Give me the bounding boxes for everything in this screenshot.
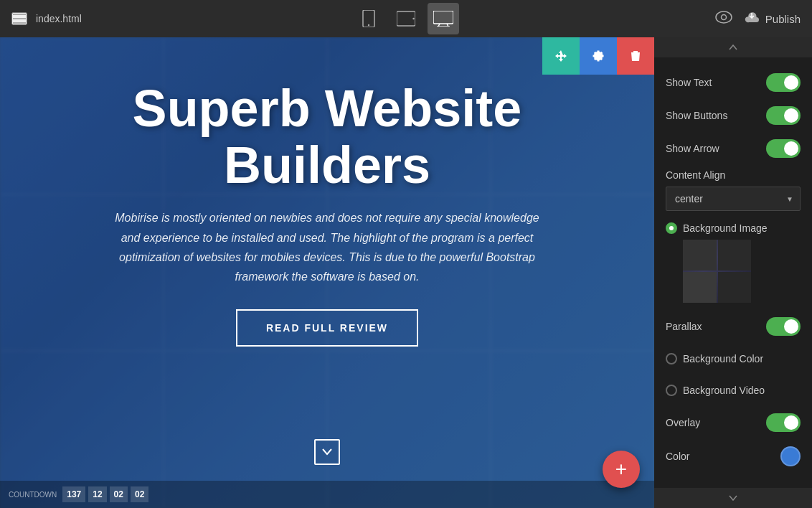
show-text-label: Show Text — [666, 77, 712, 88]
color-picker-button[interactable] — [780, 446, 801, 466]
topbar-right: Publish — [715, 9, 801, 28]
color-label: Color — [666, 451, 689, 462]
background-image-row: Background Image — [666, 222, 801, 234]
canvas: Superb Website Builders Mobirise is most… — [0, 37, 654, 508]
move-button[interactable] — [542, 37, 580, 75]
publish-label: Publish — [765, 13, 801, 25]
show-buttons-row: Show Buttons — [654, 99, 812, 132]
show-arrow-row: Show Arrow — [654, 132, 812, 165]
parallax-toggle[interactable] — [766, 317, 801, 336]
cloud-icon — [744, 11, 760, 27]
overlay-row: Overlay — [654, 406, 812, 439]
show-arrow-toggle[interactable] — [766, 139, 801, 158]
right-panel: Show Text Show Buttons Show Arrow Conten… — [654, 37, 812, 508]
topbar-left: index.html — [11, 12, 82, 25]
show-arrow-label: Show Arrow — [666, 143, 719, 154]
background-image-radio[interactable] — [666, 222, 677, 234]
tablet-device-button[interactable] — [390, 3, 422, 34]
background-color-radio[interactable] — [666, 353, 677, 364]
svg-rect-4 — [433, 11, 453, 24]
color-row: Color — [654, 439, 812, 474]
topbar: index.html — [0, 0, 812, 37]
filename-label: index.html — [36, 13, 82, 24]
overlay-label: Overlay — [666, 417, 700, 428]
show-text-toggle[interactable] — [766, 73, 801, 92]
menu-button[interactable] — [11, 12, 27, 25]
content-align-section: Content Align left center right — [654, 165, 812, 218]
parallax-row: Parallax — [654, 310, 812, 343]
add-block-button[interactable]: + — [603, 451, 640, 488]
parallax-label: Parallax — [666, 321, 702, 332]
show-buttons-toggle[interactable] — [766, 106, 801, 125]
svg-rect-2 — [397, 11, 415, 26]
content-align-label: Content Align — [666, 169, 801, 181]
background-image-label: Background Image — [683, 222, 768, 234]
background-color-label: Background Color — [683, 353, 763, 364]
panel-scroll-down-button[interactable] — [654, 488, 812, 508]
main-area: Superb Website Builders Mobirise is most… — [0, 37, 812, 508]
background-image-thumbnail[interactable] — [683, 240, 751, 303]
hero-subtitle: Mobirise is mostly oriented on newbies a… — [105, 208, 549, 286]
background-video-row: Background Video — [654, 375, 812, 406]
background-video-radio[interactable] — [666, 385, 677, 396]
svg-point-8 — [716, 11, 732, 23]
panel-scroll-area: Show Text Show Buttons Show Arrow Conten… — [654, 57, 812, 488]
panel-scroll-up-button[interactable] — [654, 37, 812, 57]
publish-button[interactable]: Publish — [744, 11, 801, 27]
svg-point-1 — [368, 24, 369, 26]
delete-button[interactable] — [617, 37, 654, 75]
svg-point-9 — [721, 15, 726, 20]
canvas-actions — [542, 37, 654, 75]
background-image-section: Background Image — [654, 218, 812, 310]
device-switcher — [353, 3, 459, 34]
preview-button[interactable] — [715, 9, 732, 28]
read-full-review-button[interactable]: READ FULL REVIEW — [236, 309, 418, 347]
desktop-device-button[interactable] — [428, 3, 459, 34]
show-text-row: Show Text — [654, 66, 812, 99]
overlay-toggle[interactable] — [766, 413, 801, 432]
mobile-device-button[interactable] — [353, 3, 384, 34]
background-color-row: Background Color — [654, 343, 812, 375]
content-align-select[interactable]: left center right — [666, 187, 801, 211]
canvas-content: Superb Website Builders Mobirise is most… — [0, 37, 654, 508]
svg-point-3 — [412, 18, 414, 19]
hero-title: Superb Website Builders — [43, 80, 611, 194]
show-buttons-label: Show Buttons — [666, 110, 727, 121]
plus-icon: + — [615, 458, 627, 481]
background-video-label: Background Video — [683, 385, 765, 396]
settings-button[interactable] — [580, 37, 617, 75]
content-align-select-wrapper: left center right — [666, 187, 801, 211]
